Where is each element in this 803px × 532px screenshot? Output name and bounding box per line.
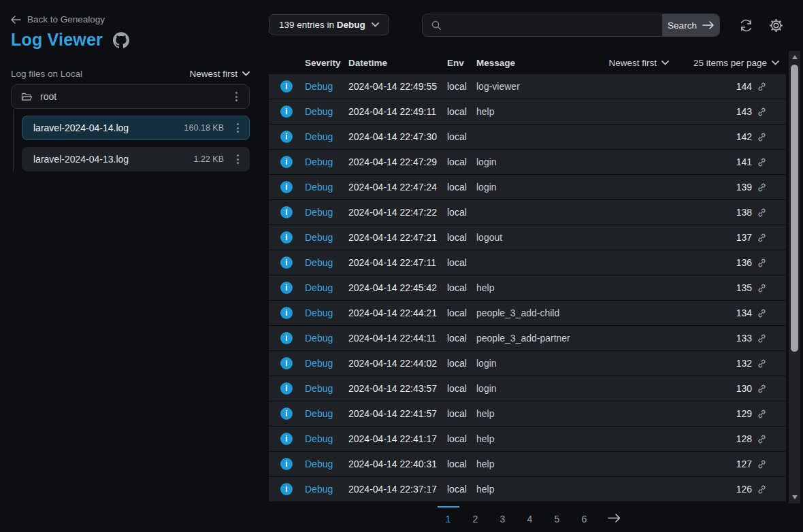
table-row[interactable]: iDebug2024-04-14 22:47:24locallogin139	[269, 175, 786, 200]
table-row[interactable]: iDebug2024-04-14 22:44:11localpeople_3_a…	[269, 326, 786, 351]
severity-link[interactable]: Debug	[305, 307, 348, 318]
link-icon	[757, 384, 767, 394]
copy-link-button[interactable]	[757, 384, 767, 394]
copy-link-button[interactable]	[757, 409, 767, 419]
info-icon: i	[280, 408, 293, 420]
severity-link[interactable]: Debug	[305, 408, 348, 419]
per-page-dropdown[interactable]: 25 items per page	[693, 58, 779, 68]
folder-item-root[interactable]: root	[11, 84, 250, 109]
scroll-down-button[interactable]	[789, 493, 800, 502]
severity-link[interactable]: Debug	[305, 459, 348, 469]
log-file-item[interactable]: laravel-2024-04-14.log160.18 KB	[22, 116, 250, 140]
table-row[interactable]: iDebug2024-04-14 22:41:17localhelp128	[269, 427, 786, 452]
table-row[interactable]: iDebug2024-04-14 22:43:57locallogin130	[269, 376, 786, 401]
folder-menu-button[interactable]	[232, 89, 241, 104]
row-env: local	[447, 282, 476, 293]
copy-link-button[interactable]	[757, 434, 767, 444]
severity-link[interactable]: Debug	[305, 282, 348, 293]
severity-link[interactable]: Debug	[305, 257, 348, 268]
table-row[interactable]: iDebug2024-04-14 22:47:29locallogin141	[269, 150, 786, 175]
table-row[interactable]: iDebug2024-04-14 22:45:42localhelp135	[269, 276, 786, 301]
scroll-up-button[interactable]	[789, 52, 800, 62]
table-row[interactable]: iDebug2024-04-14 22:37:17localhelp126	[269, 477, 786, 502]
severity-link[interactable]: Debug	[305, 433, 348, 444]
copy-link-button[interactable]	[757, 258, 767, 268]
severity-link[interactable]: Debug	[305, 358, 348, 369]
info-icon: i	[280, 156, 293, 168]
entries-count-label: 139 entries in	[279, 20, 334, 30]
severity-link[interactable]: Debug	[305, 207, 348, 218]
copy-link-button[interactable]	[757, 132, 767, 142]
severity-link[interactable]: Debug	[305, 383, 348, 394]
row-message: login	[476, 358, 736, 369]
table-row[interactable]: iDebug2024-04-14 22:40:31localhelp127	[269, 452, 786, 477]
copy-link-button[interactable]	[757, 308, 767, 318]
table-row[interactable]: iDebug2024-04-14 22:47:21locallogout137	[269, 225, 786, 250]
settings-button[interactable]	[769, 18, 784, 33]
copy-link-button[interactable]	[757, 484, 767, 495]
refresh-button[interactable]	[739, 18, 754, 33]
severity-link[interactable]: Debug	[305, 232, 348, 243]
copy-link-button[interactable]	[757, 182, 767, 193]
info-icon: i	[280, 80, 293, 93]
link-icon	[757, 258, 767, 268]
table-row[interactable]: iDebug2024-04-14 22:49:11localhelp143	[269, 99, 786, 124]
file-menu-button[interactable]	[233, 152, 242, 167]
severity-link[interactable]: Debug	[305, 333, 348, 344]
copy-link-button[interactable]	[757, 157, 767, 167]
back-link[interactable]: Back to Genealogy	[11, 14, 105, 24]
row-index: 128	[736, 433, 752, 444]
refresh-icon	[739, 18, 753, 33]
copy-link-button[interactable]	[757, 359, 767, 369]
row-env: local	[447, 257, 476, 268]
copy-link-button[interactable]	[757, 233, 767, 243]
column-severity: Severity	[305, 58, 348, 68]
row-index: 136	[736, 257, 752, 268]
pagination-page-button[interactable]: 4	[519, 506, 541, 525]
search-button[interactable]: Search	[662, 14, 719, 36]
log-file-item[interactable]: laravel-2024-04-13.log1.22 KB	[22, 147, 250, 171]
entries-level-dropdown[interactable]: 139 entries in Debug	[269, 14, 389, 35]
severity-link[interactable]: Debug	[305, 156, 348, 167]
severity-link[interactable]: Debug	[305, 484, 348, 495]
copy-link-button[interactable]	[757, 459, 767, 469]
table-row[interactable]: iDebug2024-04-14 22:44:02locallogin132	[269, 351, 786, 376]
table-row[interactable]: iDebug2024-04-14 22:47:11local136	[269, 250, 786, 276]
copy-link-button[interactable]	[757, 207, 767, 218]
scrollbar-thumb[interactable]	[791, 65, 798, 352]
info-icon: i	[280, 105, 293, 118]
severity-link[interactable]: Debug	[305, 182, 348, 193]
row-message: login	[476, 156, 736, 167]
github-link[interactable]	[113, 32, 129, 48]
row-message: help	[476, 282, 736, 293]
row-message: help	[476, 408, 736, 419]
table-row[interactable]: iDebug2024-04-14 22:49:55locallog-viewer…	[269, 74, 786, 99]
pagination-page-button[interactable]: 1	[438, 506, 459, 525]
row-env: local	[447, 131, 476, 142]
copy-link-button[interactable]	[757, 283, 767, 293]
pagination-page-button[interactable]: 3	[492, 506, 514, 525]
row-index: 130	[736, 383, 752, 394]
pagination-page-button[interactable]: 2	[465, 506, 487, 525]
copy-link-button[interactable]	[757, 333, 767, 344]
pagination-page-button[interactable]: 5	[546, 506, 568, 525]
table-row[interactable]: iDebug2024-04-14 22:47:30local142	[269, 124, 786, 150]
copy-link-button[interactable]	[757, 107, 767, 117]
severity-link[interactable]: Debug	[305, 131, 348, 142]
vertical-scrollbar[interactable]	[789, 51, 800, 503]
file-menu-button[interactable]	[233, 120, 242, 135]
table-sort-dropdown[interactable]: Newest first	[608, 58, 669, 68]
copy-link-button[interactable]	[757, 82, 767, 92]
severity-link[interactable]: Debug	[305, 106, 348, 117]
search-input[interactable]	[442, 14, 662, 36]
severity-link[interactable]: Debug	[305, 81, 348, 92]
table-row[interactable]: iDebug2024-04-14 22:44:21localpeople_3_a…	[269, 301, 786, 326]
table-row[interactable]: iDebug2024-04-14 22:47:22local138	[269, 200, 786, 225]
pagination-next-button[interactable]	[608, 506, 621, 522]
chevron-down-icon	[372, 22, 379, 27]
table-row[interactable]: iDebug2024-04-14 22:41:57localhelp129	[269, 401, 786, 427]
row-message: help	[476, 484, 736, 495]
search-button-label: Search	[668, 20, 697, 31]
pagination-page-button[interactable]: 6	[574, 506, 595, 525]
sidebar-sort-dropdown[interactable]: Newest first	[189, 69, 250, 79]
